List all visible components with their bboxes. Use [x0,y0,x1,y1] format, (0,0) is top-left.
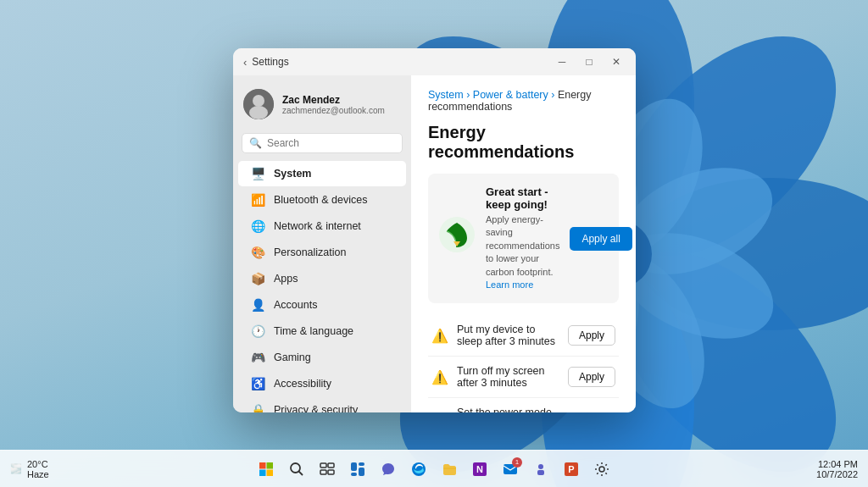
user-name: Zac Mendez [282,94,401,106]
page-title: Energy recommendations [428,123,619,162]
taskbar-center: N 1 P [253,456,615,483]
title-bar-left: ‹ Settings [243,56,289,69]
svg-point-27 [291,463,300,473]
hero-title: Great start - keep going! [486,185,559,211]
svg-rect-23 [259,462,266,469]
sidebar-item-system[interactable]: 🖥️System [238,161,406,186]
svg-rect-26 [267,469,274,476]
search-box[interactable]: 🔍 [242,133,403,153]
svg-rect-29 [320,463,326,468]
weather-icon: 🌫️ [10,463,22,474]
svg-rect-42 [537,470,544,475]
sidebar-item-personalization[interactable]: 🎨Personalization [238,240,406,265]
window-title: Settings [252,56,288,68]
apply-button-screen-off[interactable]: Apply [568,367,615,387]
learn-more-link[interactable]: Learn more [486,279,533,290]
svg-rect-34 [359,468,364,476]
breadcrumb-sep2: › [551,89,558,101]
svg-rect-25 [259,469,266,476]
recommendations-list: ⚠️Put my device to sleep after 3 minutes… [428,315,619,412]
rec-item-power-mode: ⚠️Set the power mode for best energy eff… [428,398,619,412]
user-info: Zac Mendez zachmendez@outlook.com [282,94,401,115]
rec-icon-sleep: ⚠️ [431,328,448,344]
nav-label-system: System [274,168,311,180]
taskview-button[interactable] [314,456,341,483]
clock-widget[interactable]: 12:04 PM 10/7/2022 [816,459,858,479]
sidebar-item-apps[interactable]: 📦Apps [238,266,406,291]
leaf-icon [438,216,476,261]
nav-icon-privacy: 🔒 [250,403,265,412]
rec-text-power-mode: Set the power mode for best energy effic… [457,407,559,412]
clock-time: 12:04 PM [816,459,858,469]
nav-label-accounts: Accounts [274,299,317,311]
nav-label-accessibility: Accessibility [274,378,331,390]
settings-window: ‹ Settings ─ □ ✕ Zac Mendez [233,48,636,412]
rec-text-sleep: Put my device to sleep after 3 minutes [457,324,559,347]
search-button[interactable] [283,456,310,483]
powerpoint-button[interactable]: P [558,456,585,483]
apply-button-sleep[interactable]: Apply [568,325,615,346]
nav-list: 🖥️System📶Bluetooth & devices🌐Network & i… [233,160,411,412]
widgets-button[interactable] [344,456,371,483]
close-button[interactable]: ✕ [604,52,629,72]
svg-rect-36 [351,473,357,476]
nav-icon-personalization: 🎨 [250,246,265,259]
rec-item-screen-off: ⚠️Turn off my screen after 3 minutesAppl… [428,357,619,398]
breadcrumb-sep1: › [466,89,473,101]
apply-all-button[interactable]: Apply all [570,227,632,251]
breadcrumb-power[interactable]: Power & battery [473,89,548,101]
explorer-button[interactable] [436,456,463,483]
user-email: zachmendez@outlook.com [282,106,401,115]
teams-button[interactable] [527,456,554,483]
nav-icon-time: 🕐 [250,324,265,338]
svg-rect-35 [359,462,364,466]
sidebar-item-gaming[interactable]: 🎮Gaming [238,345,406,370]
svg-rect-30 [328,463,334,468]
sidebar-item-network[interactable]: 🌐Network & internet [238,213,406,239]
chat-button[interactable] [375,456,402,483]
search-icon: 🔍 [249,137,262,149]
nav-label-time: Time & language [274,325,353,337]
nav-label-personalization: Personalization [274,246,346,258]
weather-condition: Haze [27,469,49,479]
svg-point-41 [538,464,543,469]
svg-point-18 [253,95,264,107]
back-icon[interactable]: ‹ [243,56,247,69]
user-profile[interactable]: Zac Mendez zachmendez@outlook.com [233,82,411,130]
window-body: Zac Mendez zachmendez@outlook.com 🔍 🖥️Sy… [233,75,636,412]
minimize-button[interactable]: ─ [549,52,575,72]
hero-text: Great start - keep going! Apply energy-s… [486,185,559,291]
taskbar: 🌫️ 20°C Haze [0,450,868,487]
weather-info: 20°C Haze [27,459,49,479]
title-bar: ‹ Settings ─ □ ✕ [233,48,636,75]
onenote-button[interactable]: N [466,456,493,483]
nav-label-gaming: Gaming [274,351,311,363]
nav-label-network: Network & internet [274,220,361,232]
avatar [243,89,274,119]
sidebar-item-privacy[interactable]: 🔒Privacy & security [238,397,406,412]
nav-label-privacy: Privacy & security [274,404,358,412]
svg-rect-31 [320,470,326,474]
sidebar-item-accessibility[interactable]: ♿Accessibility [238,371,406,396]
start-button[interactable] [253,456,280,483]
search-input[interactable] [267,137,395,149]
edge-button[interactable] [405,456,432,483]
rec-item-sleep: ⚠️Put my device to sleep after 3 minutes… [428,315,619,357]
mail-button[interactable]: 1 [497,456,524,483]
nav-icon-gaming: 🎮 [250,351,265,364]
rec-icon-screen-off: ⚠️ [431,369,448,385]
maximize-button[interactable]: □ [576,52,602,72]
nav-label-bluetooth: Bluetooth & devices [274,194,368,206]
mail-badge: 1 [512,457,522,468]
breadcrumb-system[interactable]: System [428,89,464,101]
sidebar-item-accounts[interactable]: 👤Accounts [238,292,406,318]
svg-text:P: P [568,464,574,474]
weather-widget[interactable]: 🌫️ 20°C Haze [10,459,49,479]
settings-taskbar-button[interactable] [588,456,615,483]
rec-text-screen-off: Turn off my screen after 3 minutes [457,365,559,389]
title-bar-controls: ─ □ ✕ [549,52,629,72]
svg-text:N: N [476,464,483,474]
clock-date: 10/7/2022 [816,469,858,479]
sidebar-item-time[interactable]: 🕐Time & language [238,318,406,344]
sidebar-item-bluetooth[interactable]: 📶Bluetooth & devices [238,187,406,213]
